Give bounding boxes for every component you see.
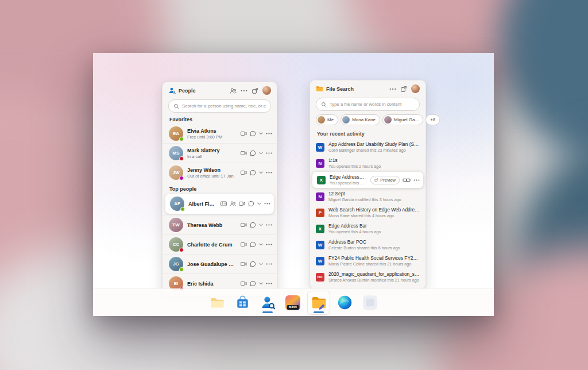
filter-chip[interactable]: +8 — [425, 114, 440, 125]
video-icon[interactable] — [241, 241, 247, 248]
desktop: People FavoritesEAElvia AtkinsFree until… — [0, 0, 588, 370]
m365-icon[interactable]: M365 — [282, 291, 304, 314]
contact-name: Elvia Atkins — [187, 128, 237, 134]
file-search-box[interactable] — [316, 98, 420, 111]
chevron-down-icon[interactable] — [257, 201, 261, 207]
file-row[interactable]: WFY24 Public Health Social Services FY24… — [310, 253, 425, 269]
chat-icon[interactable] — [250, 241, 256, 248]
filter-chip[interactable]: Me — [316, 114, 338, 125]
org-chart-icon[interactable] — [230, 201, 236, 207]
file-search-app-icon[interactable] — [307, 291, 330, 315]
chat-icon[interactable] — [250, 222, 256, 228]
org-chart-icon[interactable] — [230, 87, 237, 94]
contact-row[interactable]: MSMark SlatteryIn a call — [163, 143, 277, 163]
chevron-down-icon[interactable] — [259, 261, 263, 267]
file-row[interactable]: PWeb Search History on Edge Web Address … — [310, 205, 425, 221]
more-icon[interactable] — [264, 201, 270, 207]
file-row[interactable]: XEdge Addressbar Histo...You opened this… — [312, 172, 423, 188]
chat-icon[interactable] — [250, 169, 256, 176]
chevron-down-icon[interactable] — [259, 150, 263, 156]
store-icon[interactable] — [231, 291, 253, 314]
card-icon[interactable] — [220, 201, 227, 207]
contact-row[interactable]: JWJenny WilsonOut of office until 17 Jan — [163, 163, 277, 182]
file-row[interactable]: N12 SeptMiguel Garcia modified this 3 ho… — [310, 188, 425, 205]
user-avatar[interactable] — [262, 86, 271, 95]
more-icon[interactable] — [266, 130, 272, 137]
file-meta: Celeste Burton shared this 6 hours ago — [328, 245, 420, 250]
video-icon[interactable] — [241, 169, 247, 176]
chip-label: Miguel Ga... — [394, 117, 419, 122]
open-preview-icon — [374, 178, 378, 182]
contact-row[interactable]: EAElvia AtkinsFree until 3:00 PM — [163, 124, 277, 143]
file-search-input[interactable] — [330, 102, 415, 107]
file-name: Web Search History on Edge Web Address B… — [328, 207, 420, 213]
avatar: JW — [169, 165, 183, 180]
more-icon[interactable] — [266, 241, 272, 248]
more-icon[interactable] — [266, 261, 272, 267]
video-icon[interactable] — [239, 201, 245, 207]
file-explorer-icon[interactable] — [206, 291, 228, 314]
people-search-box[interactable] — [168, 99, 271, 113]
search-icon — [321, 102, 327, 107]
chat-icon[interactable] — [250, 150, 256, 156]
chat-icon[interactable] — [250, 130, 256, 137]
contact-row[interactable]: TWTheresa Webb — [163, 215, 277, 234]
chevron-down-icon[interactable] — [259, 169, 263, 176]
file-row[interactable]: N1:1sYou opened this 2 hours ago — [310, 155, 425, 171]
recent-activity-label: Your recent activity — [317, 131, 419, 137]
file-name: Address Bar POC — [328, 239, 420, 245]
file-meta: You opened this 2 hours ago — [328, 164, 420, 169]
contact-row[interactable]: AFAlbert Flores — [165, 194, 274, 214]
video-icon[interactable] — [241, 222, 247, 228]
chevron-down-icon[interactable] — [259, 222, 263, 228]
taskbar-icons: M365 — [206, 291, 381, 315]
file-row[interactable]: WAddress Bar POCCeleste Burton shared th… — [310, 237, 425, 253]
more-icon[interactable] — [266, 169, 272, 176]
filter-chip[interactable]: Miguel Ga... — [382, 114, 423, 125]
file-row[interactable]: XEdge Address BarYou opened this 4 hours… — [310, 221, 425, 237]
more-icon[interactable] — [241, 87, 247, 94]
contact-row[interactable]: JGJose Guadalupe De la Torre — [163, 254, 277, 273]
chevron-down-icon[interactable] — [259, 241, 263, 248]
chevron-down-icon[interactable] — [259, 130, 263, 137]
chat-icon[interactable] — [250, 261, 256, 267]
file-name: 1:1s — [328, 157, 420, 163]
popout-icon[interactable] — [400, 86, 407, 92]
video-icon[interactable] — [241, 150, 247, 156]
more-icon[interactable] — [266, 222, 272, 228]
contact-row[interactable]: CCCharlotte de Crum — [163, 234, 277, 254]
more-icon[interactable] — [389, 86, 396, 92]
user-avatar[interactable] — [411, 84, 420, 93]
people-app-icon[interactable] — [257, 291, 278, 314]
word-file-icon: W — [316, 143, 324, 152]
chevron-down-icon[interactable] — [259, 280, 263, 287]
excel-file-icon: X — [317, 176, 326, 184]
file-meta: Colin Ballinger shared this 23 minutes a… — [328, 148, 420, 153]
popout-icon[interactable] — [252, 87, 258, 94]
file-row[interactable]: PDF2020_magic_quadrant_for_application_s… — [310, 269, 425, 285]
file-row[interactable]: WApp Address Bar Usability Study Plan (S… — [310, 139, 425, 155]
pdf-file-icon: PDF — [316, 273, 324, 282]
more-icon[interactable] — [413, 177, 420, 183]
copy-link-icon[interactable] — [403, 177, 411, 183]
avatar: AF — [170, 196, 184, 211]
chat-icon[interactable] — [250, 280, 256, 287]
avatar: JG — [169, 257, 183, 271]
more-icon[interactable] — [266, 280, 272, 287]
video-icon[interactable] — [241, 280, 247, 287]
word-file-icon: W — [316, 241, 324, 249]
edge-icon[interactable] — [334, 291, 355, 314]
filter-chip[interactable]: Mona Kane — [341, 114, 380, 125]
file-name: 12 Sept — [328, 191, 420, 196]
presence-available-dot — [179, 137, 184, 142]
chat-icon[interactable] — [248, 201, 254, 207]
video-icon[interactable] — [241, 261, 247, 267]
ghost-app-icon[interactable] — [359, 291, 381, 314]
video-icon[interactable] — [241, 130, 247, 137]
contact-name: Jose Guadalupe De la Torre — [187, 261, 237, 267]
chip-avatar — [342, 116, 350, 124]
more-icon[interactable] — [266, 150, 272, 156]
presence-available-dot — [179, 267, 184, 272]
people-search-input[interactable] — [182, 103, 266, 109]
preview-button[interactable]: Preview — [370, 176, 400, 184]
